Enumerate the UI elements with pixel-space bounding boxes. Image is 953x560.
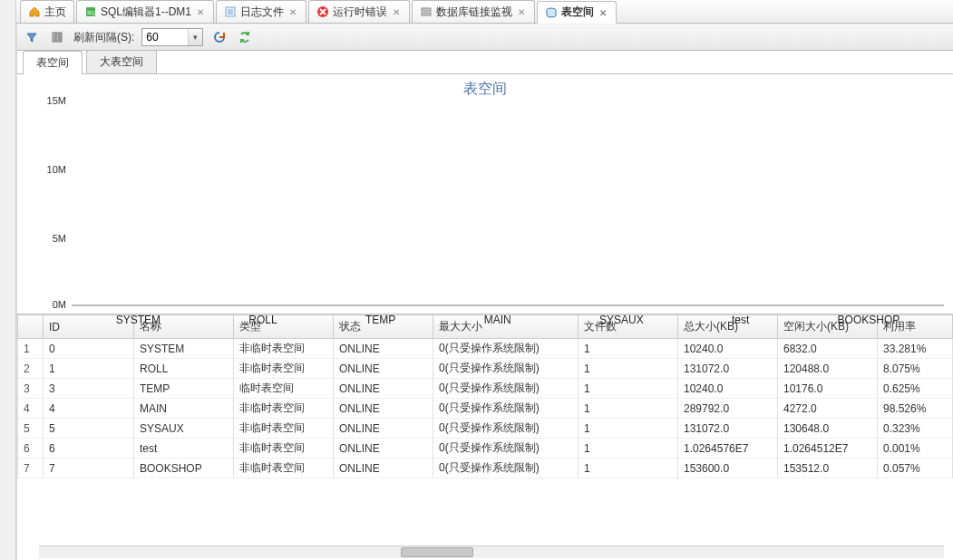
chart-title: 表空间 — [26, 74, 944, 101]
cell: 0(只受操作系统限制) — [433, 459, 579, 478]
x-cat: SYSTEM — [116, 314, 160, 326]
tablespace-table: ID 名称 类型 状态 最大大小 文件数 总大小(KB) 空闲大小(KB) 利用… — [17, 314, 953, 478]
x-cat: BOOKSHOP — [838, 314, 900, 326]
dblink-icon — [420, 5, 433, 18]
cell: 130648.0 — [778, 419, 878, 439]
cell: 0.057% — [878, 459, 953, 478]
close-icon[interactable]: ✕ — [289, 7, 298, 16]
svg-rect-10 — [422, 13, 431, 15]
tab-runtime-error[interactable]: 运行时错误 ✕ — [308, 0, 410, 23]
row-number: 5 — [18, 419, 44, 439]
columns-button[interactable] — [48, 28, 66, 46]
tab-home[interactable]: 主页 — [20, 0, 74, 23]
close-icon[interactable]: ✕ — [393, 7, 402, 16]
cell: TEMP — [134, 379, 234, 399]
cell: 5 — [44, 419, 134, 439]
table-row[interactable]: 66test非临时表空间ONLINE0(只受操作系统限制)11.0264576E… — [18, 439, 953, 459]
row-number: 3 — [18, 379, 44, 399]
table-row[interactable]: 55SYSAUX非临时表空间ONLINE0(只受操作系统限制)1131072.0… — [18, 419, 953, 439]
cell: 1 — [579, 399, 678, 419]
refresh-interval-label: 刷新间隔(S): — [73, 30, 134, 45]
cell: 0(只受操作系统限制) — [433, 339, 579, 359]
cell: 非临时表空间 — [234, 419, 334, 439]
table-row[interactable]: 77BOOKSHOP非临时表空间ONLINE0(只受操作系统限制)1153600… — [18, 459, 953, 478]
close-icon[interactable]: ✕ — [197, 7, 206, 16]
tab-dblink-monitor[interactable]: 数据库链接监视 ✕ — [412, 0, 535, 23]
table-row[interactable]: 10SYSTEM非临时表空间ONLINE0(只受操作系统限制)110240.06… — [18, 339, 953, 359]
tab-label: SQL编辑器1--DM1 — [101, 5, 191, 20]
cell: 1 — [579, 379, 678, 399]
left-gutter — [0, 0, 16, 560]
cell: 6832.0 — [778, 339, 878, 359]
cell: 33.281% — [878, 339, 953, 359]
horizontal-scrollbar[interactable] — [39, 546, 944, 558]
y-tick-5m: 5M — [53, 233, 66, 244]
sql-icon: SQL — [84, 5, 97, 18]
cell: 7 — [44, 459, 134, 478]
cell: 1 — [44, 359, 134, 379]
tab-sql-editor[interactable]: SQL SQL编辑器1--DM1 ✕ — [76, 0, 214, 23]
cell: 1.0264512E7 — [778, 439, 878, 459]
svg-rect-12 — [53, 33, 55, 42]
cell: 4 — [44, 399, 134, 419]
close-icon[interactable]: ✕ — [599, 8, 608, 17]
subtab-large-tablespace[interactable]: 大表空间 — [86, 50, 157, 73]
cell: 153600.0 — [678, 459, 778, 478]
cell: 131072.0 — [678, 419, 778, 439]
cell: 6 — [44, 439, 134, 459]
cell: 10240.0 — [678, 339, 778, 359]
cell: BOOKSHOP — [134, 459, 234, 478]
row-number: 4 — [18, 399, 44, 419]
cell: 10240.0 — [678, 379, 778, 399]
svg-rect-9 — [422, 8, 431, 11]
tab-logfile[interactable]: 日志文件 ✕ — [216, 0, 306, 23]
table-wrap: ID 名称 类型 状态 最大大小 文件数 总大小(KB) 空闲大小(KB) 利用… — [17, 314, 953, 546]
cell: 非临时表空间 — [234, 439, 334, 459]
cell: 非临时表空间 — [234, 399, 334, 419]
cell: MAIN — [134, 399, 234, 419]
x-cat: ROLL — [248, 314, 277, 326]
cell: 0 — [44, 339, 134, 359]
cell: 120488.0 — [778, 359, 878, 379]
cell: 1 — [579, 439, 678, 459]
scrollbar-thumb[interactable] — [401, 547, 473, 557]
x-cat: test — [732, 314, 749, 326]
cell: 0(只受操作系统限制) — [433, 379, 579, 399]
cell: 0(只受操作系统限制) — [433, 399, 579, 419]
cell: ONLINE — [334, 419, 433, 439]
chart: 表空间 15M 10M 5M 0M SYSTEM ROLL TEMP MAIN … — [17, 74, 953, 314]
tablespace-icon — [545, 6, 558, 19]
close-icon[interactable]: ✕ — [518, 7, 527, 16]
cell: 3 — [44, 379, 134, 399]
home-icon — [28, 5, 41, 18]
cell: 153512.0 — [778, 459, 878, 478]
cell: 0(只受操作系统限制) — [433, 419, 579, 439]
table-row[interactable]: 21ROLL非临时表空间ONLINE0(只受操作系统限制)1131072.012… — [18, 359, 953, 379]
tab-label: 表空间 — [561, 5, 594, 20]
table-row[interactable]: 44MAIN非临时表空间ONLINE0(只受操作系统限制)1289792.042… — [18, 399, 953, 419]
error-icon — [316, 5, 329, 18]
cell: SYSAUX — [134, 419, 234, 439]
top-tabbar: 主页 SQL SQL编辑器1--DM1 ✕ 日志文件 ✕ 运行时 — [16, 0, 953, 24]
auto-refresh-button[interactable] — [236, 28, 254, 46]
log-icon — [224, 5, 237, 18]
cell: 1 — [579, 359, 678, 379]
filter-button[interactable] — [23, 28, 41, 46]
svg-rect-13 — [56, 33, 59, 42]
refresh-interval-select[interactable]: ▾ — [141, 28, 203, 46]
subtabs: 表空间 大表空间 — [17, 51, 953, 74]
refresh-interval-input[interactable] — [142, 29, 188, 45]
table-row[interactable]: 33TEMP临时表空间ONLINE0(只受操作系统限制)110240.01017… — [18, 379, 953, 399]
chevron-down-icon[interactable]: ▾ — [188, 29, 202, 45]
svg-rect-14 — [60, 33, 62, 42]
tab-tablespace[interactable]: 表空间 ✕ — [537, 1, 617, 24]
cell: 10176.0 — [778, 379, 878, 399]
cell: 非临时表空间 — [234, 359, 334, 379]
x-cat: TEMP — [365, 314, 395, 326]
col-rownum[interactable] — [18, 315, 44, 339]
cell: ROLL — [134, 359, 234, 379]
refresh-button[interactable] — [210, 28, 229, 46]
tab-label: 主页 — [44, 5, 66, 20]
cell: 1 — [579, 339, 678, 359]
subtab-tablespace[interactable]: 表空间 — [23, 51, 83, 74]
